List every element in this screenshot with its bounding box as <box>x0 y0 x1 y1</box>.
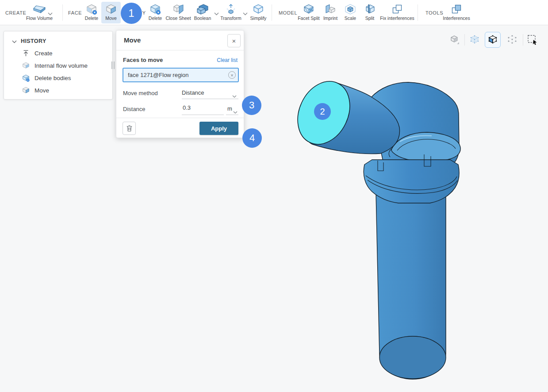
cube-delete-icon <box>86 3 97 15</box>
toolbar-button-transform[interactable]: Transform <box>218 2 244 23</box>
cube-delete-icon <box>149 3 161 15</box>
toolbar-label: Delete <box>149 15 162 21</box>
chevron-down-icon[interactable] <box>12 37 17 45</box>
dialog-title: Move <box>124 36 141 44</box>
flow-region-model[interactable] <box>288 73 460 379</box>
move-method-label: Move method <box>123 90 158 96</box>
step-badge-4: 4 <box>242 128 262 148</box>
dialog-divider <box>116 50 244 50</box>
toolbar-label: Close Sheet <box>165 15 191 21</box>
select-body-cube-icon <box>469 35 480 45</box>
select-vertex-button[interactable] <box>504 32 520 48</box>
toolbar-label: Facet Split <box>298 15 320 21</box>
toolbar-button-imprint[interactable]: Imprint <box>320 2 341 23</box>
toolbar-button-face-delete[interactable]: Delete <box>82 2 101 23</box>
history-panel: HISTORY Create Internal flow volume Dele… <box>4 31 113 100</box>
toolbar-button-face-move[interactable]: Move <box>101 2 121 23</box>
history-item-move[interactable]: Move <box>4 84 112 96</box>
history-item-label: Create <box>34 50 53 57</box>
trash-icon <box>126 125 133 132</box>
toolbar-button-boolean[interactable]: Boolean <box>192 2 214 23</box>
history-item-internal-flow-volume[interactable]: Internal flow volume <box>4 59 112 72</box>
delete-feature-button[interactable] <box>123 122 136 135</box>
toolbar-button-close-sheet[interactable]: Close Sheet <box>165 2 192 23</box>
dropdown-underline <box>182 99 238 99</box>
unit-dropdown[interactable]: m <box>227 105 232 112</box>
box-select-icon <box>527 34 538 46</box>
upload-icon <box>22 50 30 57</box>
close-button[interactable]: × <box>227 34 241 47</box>
fix-interferences-icon <box>392 3 402 15</box>
close-sheet-icon <box>172 3 184 15</box>
toolbar-label: Transform <box>220 15 241 21</box>
select-body-button[interactable] <box>467 32 483 48</box>
box-select-button[interactable] <box>525 32 540 48</box>
move-method-dropdown[interactable]: Distance <box>182 89 204 96</box>
toolbar-divider <box>418 4 418 21</box>
toolbar-label: Move <box>105 15 117 21</box>
boolean-cubes-icon <box>196 3 209 15</box>
close-icon: × <box>232 37 236 45</box>
toolbar-divider <box>62 4 63 21</box>
toolbar-divider <box>272 4 272 21</box>
faces-to-move-label: Faces to move <box>123 57 163 63</box>
toolbar-group-face: FACE <box>68 10 82 15</box>
unit-underline <box>226 115 238 115</box>
select-vertex-dots-icon <box>507 35 517 45</box>
history-title: HISTORY <box>21 38 46 44</box>
scale-cube-icon <box>345 3 356 15</box>
view-toolbar-divider <box>464 34 465 46</box>
faces-selection-input[interactable] <box>123 68 239 82</box>
toolbar-button-facet-split[interactable]: Facet Split <box>295 2 322 23</box>
toolbar-label: Scale <box>345 15 356 21</box>
toolbar-button-body-delete[interactable]: Delete <box>146 2 165 23</box>
toolbar-group-create: CREATE <box>5 10 26 15</box>
distance-input[interactable] <box>182 104 217 111</box>
toolbar-button-scale[interactable]: Scale <box>341 2 359 23</box>
cube-move-icon <box>22 87 30 94</box>
toolbar-button-interferences[interactable]: Interferences <box>439 2 474 23</box>
step-badge-3: 3 <box>242 96 261 115</box>
step-badge-2: 2 <box>314 103 331 120</box>
toolbar-label: Fix interferences <box>380 15 414 21</box>
toolbar-label: Split <box>365 15 374 21</box>
toolbar-label: Imprint <box>323 15 337 21</box>
cube-delete-icon <box>22 74 30 82</box>
toolbar-label: Delete <box>85 15 98 21</box>
clear-selection-icon[interactable]: × <box>228 71 236 79</box>
clear-list-link[interactable]: Clear list <box>217 57 238 63</box>
toolbar-group-model: MODEL <box>279 10 297 15</box>
distance-underline <box>182 115 224 115</box>
top-toolbar: CREATE Flow Volume FACE Delete Move BODY… <box>0 0 548 25</box>
select-face-cube-icon <box>487 35 498 45</box>
toolbar-button-split[interactable]: Split <box>362 2 378 23</box>
toolbar-label: Boolean <box>194 15 211 21</box>
facet-split-cube-icon <box>303 3 314 15</box>
split-cube-icon <box>364 3 376 15</box>
toolbar-label: Interferences <box>443 15 470 21</box>
history-item-label: Internal flow volume <box>34 62 88 69</box>
select-face-button[interactable] <box>485 32 501 48</box>
move-dialog: Move × Faces to move Clear list × Move m… <box>116 30 244 138</box>
history-item-label: Move <box>34 87 49 94</box>
chevron-down-icon[interactable] <box>48 9 53 17</box>
model-bottom-cap-face[interactable] <box>379 336 446 379</box>
flow-volume-slab-icon <box>33 3 46 15</box>
cursor-arrow-icon <box>533 40 537 45</box>
imprint-icon <box>325 3 336 15</box>
toolbar-button-fix-interferences[interactable]: Fix interferences <box>377 2 417 23</box>
panel-resize-handle[interactable] <box>111 61 115 69</box>
apply-button[interactable]: Apply <box>199 122 238 135</box>
dialog-divider <box>116 118 244 118</box>
shaded-view-button[interactable] <box>447 32 463 48</box>
simplify-cube-icon <box>253 3 264 15</box>
cube-move-icon <box>105 3 117 15</box>
history-item-label: Delete bodies <box>34 75 71 81</box>
step-badge-1: 1 <box>121 3 142 24</box>
history-item-create[interactable]: Create <box>4 47 112 59</box>
distance-label: Distance <box>123 106 146 112</box>
interferences-icon <box>451 3 462 15</box>
toolbar-button-simplify[interactable]: Simplify <box>246 2 271 23</box>
toolbar-label: Simplify <box>250 15 267 21</box>
history-item-delete-bodies[interactable]: Delete bodies <box>4 72 112 84</box>
